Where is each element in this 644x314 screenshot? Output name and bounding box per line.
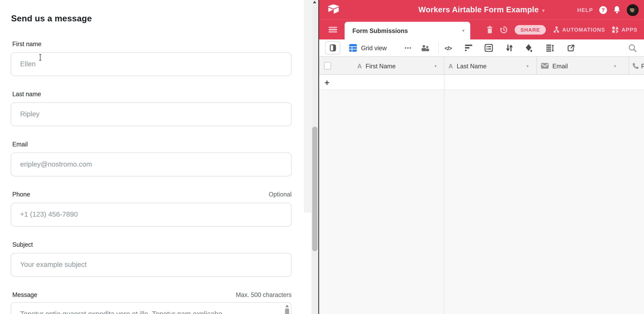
add-record-row[interactable]: + [319,75,644,90]
last-name-label: Last name [12,91,41,98]
filter-icon[interactable] [463,40,474,56]
scroll-up-icon[interactable] [286,305,289,307]
message-maxchars-note: Max. 500 characters [236,291,292,298]
tab-bar-right-actions: SHARE AUTOMATIONS [487,20,638,40]
column-caret-icon[interactable]: ▾ [614,57,616,75]
page-gutter [304,0,311,212]
toolbar-divider [438,42,438,54]
apps-label: APPS [622,27,638,33]
header-right-actions: HELP ? [577,0,638,20]
message-scrollbar-thumb[interactable] [285,308,289,314]
automations-button[interactable]: AUTOMATIONS [553,26,605,33]
view-name: Grid view [361,45,387,52]
message-scrollbar[interactable] [285,303,290,314]
group-icon[interactable] [484,40,494,56]
text-cursor-icon [38,54,43,61]
column-header-email[interactable]: Email [552,57,568,75]
subject-label: Subject [12,241,33,248]
column-header-phone[interactable]: Phone [641,57,644,75]
airtable-header: Workers Airtable Form Example ▾ HELP ? [319,0,644,20]
help-question-icon[interactable]: ? [599,6,607,14]
views-sidebar-toggle[interactable] [325,41,340,55]
search-icon[interactable] [627,40,638,56]
email-input[interactable] [11,153,292,176]
contact-form-pane: Send us a message First name Last name E… [0,0,304,314]
row-height-icon[interactable] [545,40,556,56]
notifications-bell-icon[interactable] [613,6,620,14]
last-name-input[interactable] [11,102,292,126]
share-button[interactable]: SHARE [515,25,546,34]
view-toolbar: Grid view ••• </> [319,40,644,56]
screen: Send us a message First name Last name E… [0,0,644,314]
table-tab-caret-icon: ▾ [462,28,464,33]
color-icon[interactable] [523,40,534,56]
phone-optional-note: Optional [268,191,292,198]
history-icon[interactable] [500,26,508,34]
help-button[interactable]: HELP [577,7,593,13]
user-avatar[interactable] [627,4,639,16]
base-title: Workers Airtable Form Example [418,5,539,14]
scrollbar-up-icon[interactable] [313,1,316,3]
field-type-text-icon: A [357,57,362,75]
first-name-label: First name [12,40,42,47]
form-title: Send us a message [11,14,92,24]
phone-input[interactable] [11,203,292,227]
share-view-icon[interactable] [566,40,576,56]
view-switcher[interactable]: Grid view [349,40,387,56]
select-all-checkbox[interactable] [324,62,331,69]
field-type-text-icon: A [448,57,453,75]
message-textarea[interactable] [11,302,292,314]
menu-hamburger-icon[interactable] [329,27,337,33]
table-tab-label: Form Submissions [352,27,408,34]
message-label: Message [12,291,37,298]
sort-icon[interactable] [504,40,515,56]
apps-button[interactable]: APPS [612,26,637,33]
field-type-email-icon [541,57,549,75]
grid-view-icon [349,44,357,52]
add-record-plus-icon[interactable]: + [324,75,330,90]
grid-canvas [319,90,644,314]
airtable-window: Workers Airtable Form Example ▾ HELP ? F… [319,0,644,314]
field-type-phone-icon [632,57,639,75]
table-tab-form-submissions[interactable]: Form Submissions ▾ [344,22,470,40]
subject-input[interactable] [11,253,292,277]
phone-label: Phone [12,191,30,198]
sidebar-panel-icon [330,45,336,52]
column-header-last-name[interactable]: Last Name [457,57,486,75]
hide-fields-code-icon[interactable]: </> [442,40,454,56]
column-header-first-name[interactable]: First Name [366,57,396,75]
base-title-caret-icon: ▾ [542,6,545,13]
column-divider[interactable] [536,57,537,75]
page-scrollbar[interactable] [311,0,318,314]
first-column-border [444,56,444,314]
page-scrollbar-thumb[interactable] [312,127,318,251]
column-divider[interactable] [629,57,629,75]
collaborators-icon[interactable] [419,40,431,56]
column-caret-icon[interactable]: ▾ [526,57,529,75]
apps-icon [612,26,619,33]
grid-column-header-row: A First Name ▾ A Last Name ▾ Email ▾ [319,56,644,75]
column-caret-icon[interactable]: ▾ [434,57,437,75]
automations-label: AUTOMATIONS [562,27,605,33]
first-name-input[interactable] [11,52,292,76]
email-label: Email [12,141,28,148]
table-tab-bar: Form Submissions ▾ SHARE [319,20,644,40]
view-options-ellipsis-icon[interactable]: ••• [401,40,415,56]
trash-icon[interactable] [487,26,493,33]
automations-icon [553,26,560,33]
